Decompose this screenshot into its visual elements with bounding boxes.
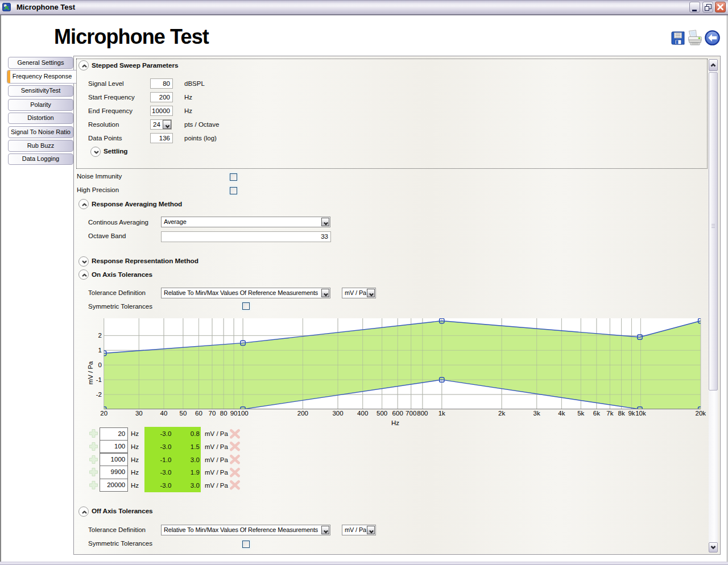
svg-text:Hz: Hz	[391, 419, 399, 426]
svg-text:-2: -2	[96, 391, 102, 398]
svg-text:40: 40	[160, 410, 168, 417]
svg-text:7k: 7k	[606, 410, 613, 417]
svg-text:800: 800	[417, 410, 428, 417]
svg-text:80: 80	[220, 410, 228, 417]
svg-text:70: 70	[209, 410, 216, 417]
svg-text:200: 200	[297, 410, 308, 417]
svg-text:-1: -1	[96, 376, 102, 383]
svg-text:60: 60	[195, 410, 202, 417]
svg-text:2k: 2k	[498, 410, 505, 417]
svg-text:700: 700	[406, 410, 416, 417]
svg-text:mV / Pa: mV / Pa	[87, 361, 94, 385]
svg-text:5k: 5k	[577, 410, 584, 417]
svg-text:20k: 20k	[696, 410, 706, 417]
svg-text:500: 500	[377, 410, 387, 417]
svg-text:300: 300	[332, 410, 343, 417]
svg-text:4k: 4k	[558, 410, 565, 417]
svg-text:8k: 8k	[618, 410, 625, 417]
svg-text:1k: 1k	[439, 410, 445, 417]
svg-text:1: 1	[98, 347, 102, 354]
svg-text:400: 400	[357, 410, 368, 417]
svg-text:30: 30	[135, 410, 143, 417]
svg-text:100: 100	[238, 410, 249, 417]
svg-text:90: 90	[230, 410, 238, 417]
svg-text:50: 50	[180, 410, 187, 417]
svg-text:10k: 10k	[635, 410, 646, 417]
svg-text:20: 20	[100, 410, 107, 417]
svg-text:600: 600	[392, 410, 403, 417]
svg-text:6k: 6k	[593, 410, 600, 417]
svg-text:0: 0	[98, 362, 102, 368]
svg-text:9k: 9k	[628, 410, 635, 417]
svg-text:2: 2	[98, 332, 102, 339]
svg-text:3k: 3k	[533, 410, 540, 417]
